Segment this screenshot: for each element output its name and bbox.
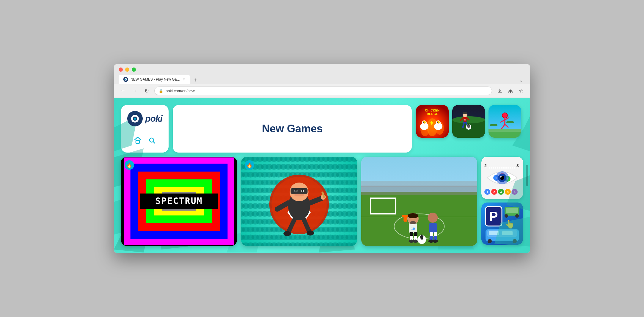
svg-point-129 [432, 240, 438, 243]
nav-actions: ☆ [496, 87, 525, 95]
svg-text:✦: ✦ [429, 120, 434, 126]
soccer-big-game-card[interactable]: 10 [361, 157, 477, 246]
traffic-lights [119, 68, 525, 72]
ninja-game-card[interactable]: 🔥 [241, 157, 357, 246]
forward-button[interactable]: → [131, 87, 139, 95]
svg-point-2 [125, 79, 126, 80]
refresh-button[interactable]: ↻ [142, 87, 151, 95]
svg-point-95 [283, 231, 291, 236]
chicken-merge-card[interactable]: CHICKEN MERGE [416, 105, 449, 138]
svg-rect-20 [136, 140, 139, 143]
svg-rect-112 [410, 232, 413, 236]
tab-close-button[interactable]: × [183, 77, 185, 82]
svg-text:4: 4 [507, 190, 509, 194]
svg-rect-113 [414, 232, 417, 236]
svg-text:CHICKEN: CHICKEN [425, 109, 439, 112]
page-content: poki [114, 98, 530, 253]
tab-title: NEW GAMES - Play New Game [131, 77, 180, 81]
svg-point-31 [423, 122, 424, 123]
close-button[interactable] [119, 68, 123, 72]
search-icon[interactable] [148, 136, 156, 147]
svg-rect-124 [430, 232, 433, 236]
svg-text:2: 2 [493, 190, 495, 194]
svg-point-109 [408, 213, 418, 218]
minimize-button[interactable] [125, 68, 129, 72]
svg-point-87 [301, 190, 303, 192]
new-tab-button[interactable]: + [191, 76, 200, 84]
svg-point-110 [410, 221, 416, 224]
svg-text:👆: 👆 [505, 219, 515, 229]
svg-point-123 [428, 213, 438, 223]
svg-rect-57 [506, 121, 514, 123]
svg-text:P: P [489, 209, 498, 224]
svg-rect-164 [502, 231, 513, 235]
tab-favicon [123, 77, 128, 82]
hot-badge-spectrum: 🔥 [125, 160, 134, 170]
fire-icon: 🔥 [126, 162, 132, 168]
browser-window: NEW GAMES - Play New Game × + ⌄ ← → ↻ 🔒 … [114, 64, 530, 253]
svg-text:5: 5 [514, 190, 516, 194]
poki-wordmark: poki [145, 114, 162, 124]
svg-rect-103 [361, 181, 477, 187]
poki-logo-group: poki [127, 111, 162, 126]
scrollbar[interactable] [526, 165, 528, 186]
svg-point-44 [463, 112, 467, 114]
tab-end-button[interactable]: ⌄ [517, 76, 525, 84]
stickman-card[interactable] [489, 105, 521, 138]
svg-text:SPECTRUM: SPECTRUM [155, 196, 203, 206]
page-title: New Games [262, 123, 323, 135]
svg-point-96 [307, 230, 314, 236]
download-button[interactable] [496, 87, 504, 95]
number-color-card[interactable]: 2 3 1 2 3 [481, 157, 523, 199]
svg-rect-55 [489, 129, 521, 132]
svg-point-36 [437, 122, 438, 123]
svg-point-165 [488, 239, 492, 243]
back-button[interactable]: ← [119, 87, 127, 95]
top-right-games: CHICKEN MERGE [416, 105, 523, 153]
svg-text:MERGE: MERGE [426, 112, 438, 116]
fire-icon-2: 🔥 [246, 162, 252, 168]
svg-rect-163 [489, 231, 499, 235]
svg-rect-158 [506, 208, 518, 213]
svg-text:1: 1 [486, 190, 488, 194]
maximize-button[interactable] [132, 68, 136, 72]
share-button[interactable] [506, 87, 515, 95]
hot-badge-ninja: 🔥 [245, 160, 254, 170]
svg-rect-3 [498, 92, 502, 93]
home-icon[interactable] [133, 136, 142, 147]
svg-point-86 [295, 190, 297, 192]
poki-logo-mark [127, 111, 143, 126]
address-bar[interactable]: 🔒 poki.com/en/new [154, 87, 492, 95]
svg-rect-88 [294, 194, 304, 196]
poki-nav-icons [133, 136, 156, 147]
bottom-right-col: 2 3 1 2 3 [481, 157, 523, 246]
new-games-banner: New Games [173, 105, 412, 153]
lock-icon: 🔒 [159, 89, 163, 93]
poki-logo-card[interactable]: poki [121, 105, 169, 153]
tabs-row: NEW GAMES - Play New Game × + ⌄ [119, 75, 525, 84]
parking-game-card[interactable]: P 👆 [481, 203, 523, 245]
bottom-section: 🔥 SPECTRUM [121, 157, 523, 246]
spectrum-game-card[interactable]: 🔥 SPECTRUM [121, 157, 237, 246]
top-section: poki [121, 105, 523, 153]
svg-point-19 [134, 118, 136, 120]
svg-point-160 [515, 214, 519, 218]
svg-rect-83 [291, 188, 308, 194]
svg-rect-122 [429, 223, 437, 233]
bookmark-button[interactable]: ☆ [517, 87, 525, 95]
nav-bar: ← → ↻ 🔒 poki.com/en/new ☆ [114, 84, 530, 98]
svg-point-143 [500, 176, 502, 178]
svg-text:3: 3 [500, 190, 502, 194]
title-bar: NEW GAMES - Play New Game × + ⌄ [114, 64, 530, 84]
active-tab[interactable]: NEW GAMES - Play New Game × [119, 75, 190, 84]
svg-point-166 [513, 239, 517, 243]
svg-rect-56 [490, 124, 497, 126]
svg-text:10: 10 [411, 227, 415, 230]
svg-point-58 [502, 113, 508, 118]
soccer-card[interactable]: 10 [452, 105, 485, 138]
svg-point-159 [505, 214, 508, 218]
url-text: poki.com/en/new [166, 89, 195, 93]
svg-text:3: 3 [516, 163, 519, 168]
svg-text:2: 2 [484, 163, 487, 168]
svg-text:10: 10 [464, 118, 466, 121]
